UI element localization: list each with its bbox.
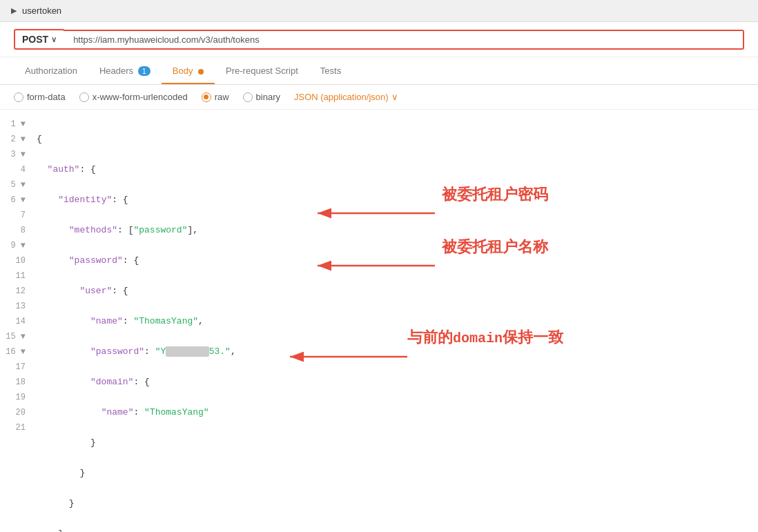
method-chevron-icon: ∨ [51,35,57,44]
line-8: 8 [6,223,26,238]
option-x-www-form-urlencoded[interactable]: x-www-form-urlencoded [79,92,188,102]
usertoken-bar: ▶ usertoken [0,0,758,22]
code-line-11: } [37,435,752,451]
code-line-7: "name": "ThomasYang", [37,314,752,329]
line-3: 3 ▼ [6,147,26,162]
code-line-9: "domain": { [37,375,752,390]
radio-raw[interactable] [202,92,211,102]
usertoken-label: usertoken [22,6,61,16]
code-line-3: "identity": { [37,193,752,208]
tab-authorization[interactable]: Authorization [14,57,88,84]
tab-tests[interactable]: Tests [309,57,352,84]
line-numbers: 1 ▼ 2 ▼ 3 ▼ 4 5 ▼ 6 ▼ 7 8 9 ▼ 10 11 12 1… [0,117,31,532]
code-line-14: }, [37,526,752,532]
radio-form-data[interactable] [14,92,23,102]
method-selector[interactable]: POST ∨ [14,29,65,50]
line-14: 14 [6,314,26,329]
body-options-bar: form-data x-www-form-urlencoded raw bina… [0,85,758,110]
code-line-1: { [37,132,752,147]
line-4: 4 [6,162,26,177]
body-active-dot [198,69,204,75]
json-type-dropdown[interactable]: JSON (application/json) ∨ [294,92,398,102]
line-20: 20 [6,405,26,420]
radio-x-www[interactable] [79,92,89,102]
line-9: 9 ▼ [6,238,26,253]
url-input[interactable]: https://iam.myhuaweicloud.com/v3/auth/to… [64,30,744,50]
tab-headers[interactable]: Headers 1 [88,57,162,84]
option-form-data[interactable]: form-data [14,92,66,102]
line-19: 19 [6,390,26,405]
app-container: ▶ usertoken POST ∨ https://iam.myhuaweic… [0,0,758,532]
line-12: 12 [6,284,26,299]
code-line-5: "password": { [37,253,752,268]
json-dropdown-chevron-icon: ∨ [391,92,398,102]
line-1: 1 ▼ [6,117,26,132]
option-raw[interactable]: raw [202,92,229,102]
code-editor[interactable]: 1 ▼ 2 ▼ 3 ▼ 4 5 ▼ 6 ▼ 7 8 9 ▼ 10 11 12 1… [0,110,758,532]
tab-body[interactable]: Body [162,57,215,84]
tab-pre-request-script[interactable]: Pre-request Script [215,57,309,84]
line-11: 11 [6,268,26,284]
method-label: POST [22,34,48,45]
code-line-2: "auth": { [37,162,752,177]
line-21: 21 [6,420,26,435]
line-7: 7 [6,208,26,223]
line-17: 17 [6,359,26,375]
line-18: 18 [6,375,26,390]
line-10: 10 [6,253,26,268]
headers-badge: 1 [138,66,150,76]
radio-binary[interactable] [243,92,253,102]
line-16: 16 ▼ [6,344,26,359]
code-line-10: "name": "ThomasYang" [37,405,752,420]
line-2: 2 ▼ [6,132,26,147]
request-bar: POST ∨ https://iam.myhuaweicloud.com/v3/… [0,22,758,57]
code-line-4: "methods": ["password"], [37,223,752,238]
code-line-8: "password": "Y████████53.", [37,344,752,359]
code-line-6: "user": { [37,284,752,299]
code-content[interactable]: { "auth": { "identity": { "methods": ["p… [31,117,758,532]
line-15: 15 ▼ [6,329,26,344]
tabs-bar: Authorization Headers 1 Body Pre-request… [0,57,758,85]
line-13: 13 [6,299,26,314]
code-line-12: } [37,466,752,481]
line-5: 5 ▼ [6,177,26,193]
usertoken-collapse-arrow[interactable]: ▶ [11,6,17,15]
line-6: 6 ▼ [6,193,26,208]
option-binary[interactable]: binary [243,92,280,102]
code-line-13: } [37,496,752,511]
